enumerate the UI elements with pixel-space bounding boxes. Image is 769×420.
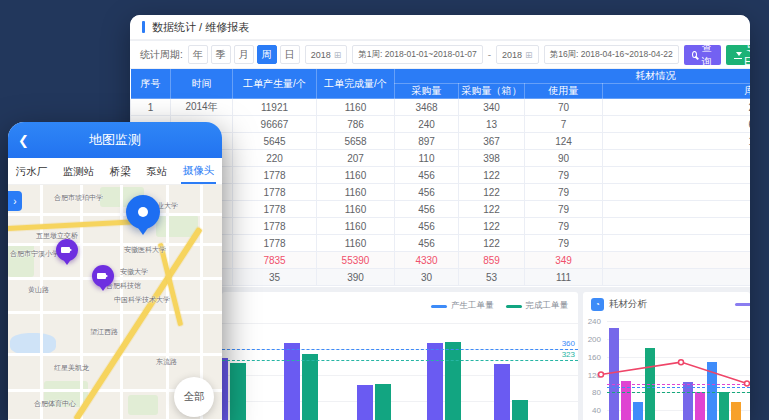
export-excel-button[interactable]: 导出Excel (726, 45, 750, 65)
cell-value: 675 (603, 184, 751, 201)
gridline (607, 357, 750, 358)
cell-value: 207 (317, 150, 395, 167)
map-label: 安徽大学 (120, 267, 148, 277)
cell-value: 79 (525, 167, 603, 184)
col-header-sub3: 使用量 (525, 84, 603, 99)
map-road (40, 185, 43, 419)
y-axis-tick: 200 (585, 335, 601, 344)
consumable-bar (731, 402, 741, 420)
back-icon[interactable]: ❮ (18, 133, 29, 148)
period-week-button[interactable]: 周 (257, 45, 277, 64)
cell-value: 1778 (233, 184, 317, 201)
map-label: 中国科学技术大学 (114, 295, 170, 305)
bar-completed (302, 354, 318, 420)
expand-arrow-icon[interactable]: › (8, 191, 22, 211)
reference-line (222, 360, 578, 361)
cell-value: 195 (603, 150, 751, 167)
end-week-input[interactable]: 第16周: 2018-04-16~2018-04-22 (544, 45, 679, 64)
phone-tabs: 污水厂 监测站 桥梁 泵站 摄像头 (8, 158, 222, 185)
bar-created (284, 343, 300, 420)
col-header-sub2: 采购量（箱） (459, 84, 525, 99)
gridline (607, 339, 750, 340)
total-row: 合计7835553904330859349335 (131, 252, 751, 269)
y-axis-tick: 240 (585, 317, 601, 326)
tab-sewage-plant[interactable]: 污水厂 (14, 160, 50, 183)
consumables-chart: ◔ 耗材分析 2402001601208040 (583, 292, 750, 420)
cell-value: 122 (459, 167, 525, 184)
reference-line (607, 392, 750, 393)
all-button[interactable]: 全部 (174, 377, 214, 417)
cell-value: 456 (395, 201, 459, 218)
cell-value: 5658 (317, 133, 395, 150)
tab-bridge[interactable]: 桥梁 (108, 160, 133, 183)
cell-value: 96667 (233, 116, 317, 133)
cell-value: 1160 (317, 184, 395, 201)
breadcrumb: 数据统计 / 维修报表 (152, 20, 249, 35)
cell-value: 35 (233, 269, 317, 286)
tab-pump-station[interactable]: 泵站 (144, 160, 169, 183)
selected-camera-pin[interactable] (126, 195, 160, 229)
reference-line (222, 349, 578, 350)
range-separator: - (488, 49, 491, 60)
search-icon (692, 51, 697, 58)
start-year-select[interactable]: 2018 ⊞ (305, 45, 348, 64)
bar-created (222, 358, 228, 420)
cell-value: 675 (603, 235, 751, 252)
cell-value: 456 (395, 167, 459, 184)
start-week-input[interactable]: 第1周: 2018-01-01~2018-01-07 (352, 45, 482, 64)
bar-created (494, 364, 510, 420)
cell-value: 11921 (233, 99, 317, 116)
end-year-select[interactable]: 2018 ⊞ (496, 45, 539, 64)
col-header-completed: 工单完成量/个 (317, 69, 395, 99)
phone-header: ❮ 地图监测 (8, 122, 222, 158)
period-month-button[interactable]: 月 (234, 45, 254, 64)
cell-value: 786 (317, 116, 395, 133)
camera-pin[interactable] (92, 265, 114, 287)
table-row: 12014年1192111603468340702505 (131, 99, 751, 116)
cell-value: 111 (525, 269, 603, 286)
phone-overlay: ❮ 地图监测 污水厂 监测站 桥梁 泵站 摄像头 合肥市琥珀中学 安徽农业大学 (8, 122, 222, 420)
cell-value: 3468 (395, 99, 459, 116)
tab-monitor-station[interactable]: 监测站 (61, 160, 97, 183)
cell-value: 1778 (233, 201, 317, 218)
cell-value: 1160 (317, 235, 395, 252)
map-lake (10, 333, 56, 355)
y-axis-tick: 40 (585, 406, 601, 415)
table-row: 1778116045612279675 (131, 235, 751, 252)
period-year-button[interactable]: 年 (188, 45, 208, 64)
y-axis-tick: 80 (585, 388, 601, 397)
map-view[interactable]: 合肥市琥珀中学 安徽农业大学 五里墩立交桥 安徽医科大学 合肥市宁溪小学 安徽大… (8, 185, 222, 419)
map-label: 合肥市琥珀中学 (54, 193, 103, 203)
reference-line (607, 387, 750, 388)
period-day-button[interactable]: 日 (280, 45, 300, 64)
report-table-body: 12014年1192111603468340702505966677862401… (131, 99, 751, 286)
query-button[interactable]: 查询 (684, 45, 721, 65)
y-axis-tick: 160 (585, 353, 601, 362)
cell-value: 675 (603, 167, 751, 184)
cell-value: 13 (459, 116, 525, 133)
charts-row: 产生工单量完成工单量 360323 ◔ 耗材分析 240200160120804… (130, 292, 750, 420)
table-row: 1778116045612279675 (131, 184, 751, 201)
cell-value: 122 (459, 218, 525, 235)
workorder-chart: 产生工单量完成工单量 360323 (222, 292, 578, 420)
cell-value: 79 (525, 201, 603, 218)
calendar-icon: ⊞ (334, 50, 342, 60)
report-table: 序号 时间 工单产生量/个 工单完成量/个 耗材情况 采购量 采购量（箱） 使用… (130, 69, 750, 286)
consumables-chart-title: ◔ 耗材分析 (591, 298, 647, 311)
reference-line (607, 384, 750, 385)
cell-value: 4330 (395, 252, 459, 269)
map-label: 黄山路 (28, 285, 49, 295)
map-label: 合肥市宁溪小学 (10, 249, 59, 259)
camera-pin[interactable] (56, 239, 78, 261)
period-quarter-button[interactable]: 季 (211, 45, 231, 64)
cell-value: 1295 (603, 133, 751, 150)
breadcrumb-accent (142, 21, 145, 33)
legend-dash (431, 305, 447, 308)
cell-value: 390 (317, 269, 395, 286)
cell-value: 122 (459, 201, 525, 218)
tab-camera[interactable]: 摄像头 (181, 159, 217, 184)
bar-completed (230, 363, 246, 420)
consumable-bar (695, 392, 705, 420)
cell-value: 6905 (603, 116, 751, 133)
map-park (128, 395, 158, 415)
